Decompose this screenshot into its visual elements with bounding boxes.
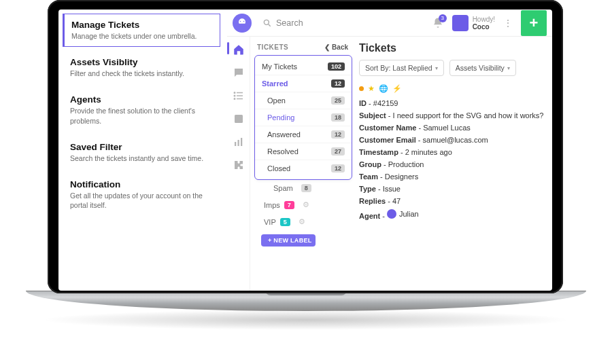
user-avatar — [452, 15, 469, 31]
ticket-customer-name: Customer Name - Samuel Lucas — [359, 122, 545, 134]
chat-icon[interactable] — [233, 67, 245, 79]
visibility-label: Assets Visibility — [456, 64, 505, 72]
nav-count: 27 — [331, 147, 345, 156]
nav-closed[interactable]: Closed 12 — [255, 160, 352, 177]
filter-bar: Sort By: Last Replied▾ Assets Visibility… — [359, 60, 545, 76]
nav-imps[interactable]: Imps 7 ⚙ — [254, 196, 352, 213]
svg-point-11 — [234, 98, 235, 100]
sort-label: Sort By: Last Replied — [365, 64, 432, 72]
feature-desc: Filter and check the tickets instantly. — [70, 69, 213, 78]
feature-desc: Provide the finest solution to the clien… — [70, 106, 213, 125]
nav-label: VIP — [264, 218, 276, 226]
nav-open[interactable]: Open 25 — [255, 92, 352, 109]
svg-rect-12 — [235, 115, 243, 123]
ticket-nav-title: TICKETS — [257, 43, 288, 51]
home-icon[interactable] — [233, 43, 245, 56]
user-greeting: Howdy! — [473, 16, 495, 23]
nav-label: Resolved — [267, 147, 299, 156]
ticket-agent: Agent - Julian — [359, 207, 545, 222]
headset-icon — [235, 16, 249, 30]
svg-rect-14 — [237, 140, 239, 146]
plus-icon: + — [530, 14, 539, 32]
nav-count: 12 — [331, 164, 345, 172]
nav-resolved[interactable]: Resolved 27 — [255, 143, 352, 160]
chevron-down-icon: ▾ — [507, 65, 510, 71]
sort-dropdown[interactable]: Sort By: Last Replied▾ — [359, 60, 444, 76]
nav-label: Closed — [267, 164, 290, 172]
nav-count: 12 — [331, 79, 345, 88]
ticket-subject: Subject - I need support for the SVG and… — [359, 109, 545, 122]
feature-saved-filter[interactable]: Saved Filter Search the tickets instantl… — [63, 136, 220, 169]
globe-icon: 🌐 — [379, 84, 388, 93]
brand-avatar[interactable] — [233, 14, 252, 33]
user-menu[interactable]: Howdy! Coco — [452, 15, 495, 31]
priority-dot — [359, 86, 364, 91]
feature-desc: Get all the updates of your account on t… — [70, 191, 213, 210]
ticket-replies: Replies - 47 — [359, 195, 545, 207]
svg-rect-1 — [238, 23, 246, 26]
nav-label: Imps — [264, 201, 280, 209]
feature-list: Manage Tickets Manage the tickets under … — [58, 14, 227, 220]
agent-chip[interactable]: Julian — [387, 209, 419, 219]
bolt-icon: ⚡ — [392, 84, 402, 93]
more-menu-button[interactable]: ⋮ — [500, 18, 515, 29]
nav-label: Starred — [262, 79, 288, 88]
notifications-count: 3 — [439, 14, 447, 22]
list-icon[interactable] — [233, 90, 245, 102]
nav-answered[interactable]: Answered 12 — [255, 126, 352, 143]
puzzle-icon[interactable] — [233, 159, 245, 171]
laptop-body: Manage Tickets Manage the tickets under … — [48, 0, 563, 293]
search-placeholder: Search — [276, 18, 303, 28]
svg-point-2 — [240, 20, 241, 22]
app-frame: Search 3 Howdy! Coco ⋮ + — [227, 10, 552, 291]
nav-pending[interactable]: Pending 18 — [255, 109, 352, 126]
nav-label: Answered — [267, 130, 301, 139]
visibility-dropdown[interactable]: Assets Visibility▾ — [449, 60, 516, 76]
feature-assets-visibility[interactable]: Assets Visiblity Filter and check the ti… — [63, 51, 220, 84]
ticket-type: Type - Issue — [359, 183, 545, 195]
nav-starred[interactable]: Starred 12 — [255, 75, 352, 92]
gear-icon[interactable]: ⚙ — [303, 200, 309, 209]
nav-count: 8 — [301, 184, 311, 192]
search-input[interactable]: Search — [257, 14, 426, 32]
ticket-nav: TICKETS ❮ Back My Tickets 102 Starred 12… — [250, 37, 355, 291]
search-icon — [262, 18, 272, 28]
nav-my-tickets[interactable]: My Tickets 102 — [255, 58, 352, 75]
feature-agents[interactable]: Agents Provide the finest solution to th… — [63, 88, 220, 131]
svg-line-5 — [269, 24, 271, 26]
feature-notification[interactable]: Notification Get all the updates of your… — [63, 173, 220, 216]
feature-title: Manage Tickets — [71, 20, 213, 30]
nav-count: 12 — [331, 130, 345, 139]
user-name: Coco — [473, 23, 490, 31]
page-title: Tickets — [359, 42, 545, 54]
feature-desc: Manage the tickets under one umbrella. — [71, 31, 213, 41]
feature-manage-tickets[interactable]: Manage Tickets Manage the tickets under … — [63, 14, 220, 47]
new-label-button[interactable]: + NEW LABEL — [261, 234, 316, 247]
feature-title: Notification — [70, 179, 213, 189]
agent-avatar — [387, 209, 396, 219]
topbar: Search 3 Howdy! Coco ⋮ + — [227, 10, 552, 37]
ticket-team: Team - Designers — [359, 170, 545, 183]
rail-active-indicator — [227, 42, 229, 54]
laptop-screen: Manage Tickets Manage the tickets under … — [58, 10, 552, 291]
ticket-timestamp: Timestamp - 2 minutes ago — [359, 146, 545, 158]
svg-point-9 — [234, 92, 235, 94]
ticket-customer-email: Customer Email - samuel@lucas.com — [359, 134, 545, 146]
nav-label: My Tickets — [262, 62, 297, 71]
agent-name: Julian — [399, 210, 419, 218]
svg-point-3 — [243, 20, 245, 22]
card-icon[interactable] — [233, 113, 245, 125]
nav-count: 18 — [331, 113, 345, 122]
priority-icons: ★ 🌐 ⚡ — [359, 84, 545, 93]
nav-count: 102 — [328, 62, 345, 71]
nav-vip[interactable]: VIP 5 ⚙ — [254, 213, 352, 230]
gear-icon[interactable]: ⚙ — [299, 217, 305, 226]
add-button[interactable]: + — [521, 10, 547, 36]
notifications-button[interactable]: 3 — [432, 17, 444, 29]
feature-title: Assets Visiblity — [70, 57, 213, 67]
laptop-shadow — [41, 310, 571, 330]
svg-point-10 — [234, 95, 235, 96]
nav-spam[interactable]: Spam 8 — [254, 180, 352, 196]
back-button[interactable]: ❮ Back — [324, 43, 348, 51]
bars-icon[interactable] — [233, 136, 245, 148]
